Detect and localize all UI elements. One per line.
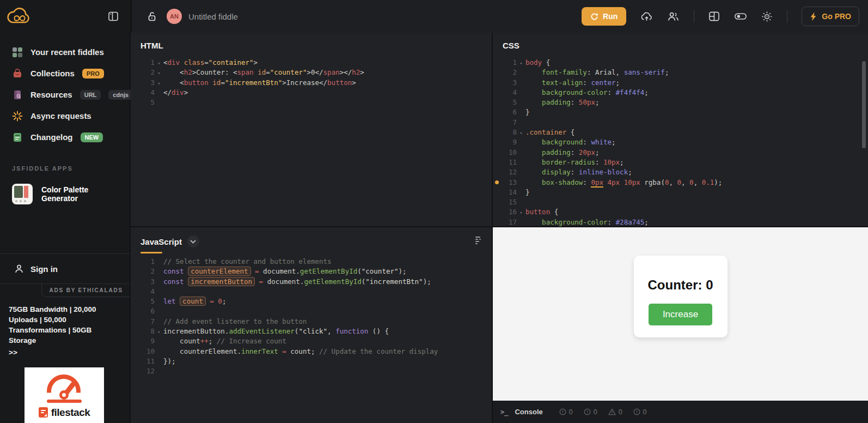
code-line: 9 background: white; xyxy=(493,137,868,147)
code-line: 1▾<div class="container"> xyxy=(131,58,492,68)
active-language-indicator xyxy=(140,252,162,253)
sidebar-item-label: Resources xyxy=(30,90,72,99)
layout-panels-icon[interactable] xyxy=(708,11,720,22)
chevron-down-icon xyxy=(190,240,196,244)
code-line: 9 count++; // Increase count xyxy=(131,336,492,346)
line-number: 9 xyxy=(500,137,517,147)
sidebar-item-label: Your recent fiddles xyxy=(30,47,104,57)
line-number: 9 xyxy=(138,336,155,346)
fold-arrow-icon[interactable]: ▾ xyxy=(517,128,525,138)
html-editor[interactable]: 1▾<div class="container">2▾ <h2>Counter:… xyxy=(131,58,492,107)
increase-button[interactable]: Increase xyxy=(649,304,712,325)
sidebar-toggle-icon[interactable] xyxy=(108,11,119,22)
code-line: 11 border-radius: 10px; xyxy=(493,158,868,167)
console-count-error-circle: 0 xyxy=(559,408,573,416)
fold-arrow-icon[interactable]: ▾ xyxy=(517,58,525,68)
toggle-switch-icon[interactable] xyxy=(734,11,747,21)
css-panel-title: CSS xyxy=(503,41,519,50)
console-count-value: 0 xyxy=(569,408,573,416)
code-line: 17 background-color: #28a745; xyxy=(493,217,868,226)
code-line: 8▾.container { xyxy=(493,128,868,137)
line-number: 2 xyxy=(500,68,517,77)
code-line: 10 padding: 20px; xyxy=(493,148,868,158)
lint-warning-dot[interactable] xyxy=(493,180,500,184)
topbar-logo-section xyxy=(0,0,131,33)
html-panel-title: HTML xyxy=(140,41,163,50)
code-line: 8▾incrementButton.addEventListener("clic… xyxy=(131,327,492,336)
code-line: 3 text-align: center; xyxy=(493,78,868,88)
line-number: 3 xyxy=(138,277,155,287)
line-number: 11 xyxy=(138,356,155,366)
sidebar-item-color-palette-generator[interactable]: Color Palette Generator xyxy=(0,179,130,209)
unlock-icon[interactable] xyxy=(147,11,157,22)
line-number: 4 xyxy=(500,88,517,98)
sign-in-button[interactable]: Sign in xyxy=(0,253,130,283)
line-number: 1 xyxy=(138,58,155,68)
language-dropdown[interactable] xyxy=(187,235,199,247)
console-bar[interactable]: >_ Console 0000 xyxy=(493,401,868,423)
line-number: 3 xyxy=(138,78,155,88)
code-line: 12 xyxy=(131,366,492,376)
sidebar-item-label: Async requests xyxy=(30,111,91,120)
person-icon xyxy=(14,264,24,274)
html-panel: HTML 1▾<div class="container">2▾ <h2>Cou… xyxy=(131,33,492,226)
fold-arrow-icon[interactable]: ▾ xyxy=(517,208,525,217)
collaborate-users-icon[interactable] xyxy=(667,11,680,22)
code-line: 6 xyxy=(131,306,492,316)
css-panel: CSS 1▾body {2 font-family: Arial, sans-s… xyxy=(493,33,868,226)
theme-sun-icon[interactable] xyxy=(761,11,773,22)
line-number: 6 xyxy=(500,107,517,117)
result-container-card: Counter: 0 Increase xyxy=(634,256,728,337)
ad-section: ADS BY ETHICALADS 75GB Bandwidth | 20,00… xyxy=(0,283,130,423)
css-scrollbar-thumb[interactable] xyxy=(862,61,866,148)
console-label: Console xyxy=(515,408,542,416)
console-count-value: 0 xyxy=(619,408,622,416)
result-panel: Counter: 0 Increase >_ Console 0000 xyxy=(493,227,868,423)
ad-text[interactable]: 75GB Bandwidth | 20,000 Uploads | 50,000… xyxy=(8,300,122,346)
code-line: 4</div> xyxy=(131,88,492,98)
counter-heading: Counter: 0 xyxy=(648,277,713,293)
line-number: 12 xyxy=(138,366,155,376)
topbar-main: AN Untitled fiddle Run xyxy=(131,0,868,33)
fold-arrow-icon[interactable]: ▾ xyxy=(155,58,163,68)
ad-more-link[interactable]: >> xyxy=(8,346,19,359)
apps-section-header: JSFIDDLE APPS xyxy=(0,148,130,179)
sidebar-item-your-recent-fiddles[interactable]: Your recent fiddles xyxy=(0,41,130,63)
line-number: 8 xyxy=(138,327,155,336)
tidy-code-icon[interactable] xyxy=(472,236,482,247)
go-pro-button[interactable]: Go PRO xyxy=(802,7,859,26)
error-circle-icon xyxy=(559,408,566,415)
line-number: 15 xyxy=(500,197,517,207)
refresh-icon xyxy=(590,13,598,21)
fiddle-title[interactable]: Untitled fiddle xyxy=(188,12,238,21)
filestack-ad-image[interactable]: filestack xyxy=(25,367,104,423)
code-line: 1// Select the counter and button elemen… xyxy=(131,257,492,267)
line-number: 13 xyxy=(500,178,517,188)
avatar[interactable]: AN xyxy=(167,9,182,24)
ad-attribution: ADS BY ETHICALADS xyxy=(41,284,130,297)
line-number: 10 xyxy=(138,347,155,356)
sidebar-item-resources[interactable]: ResourcesURLcdnjs xyxy=(0,84,130,105)
js-editor[interactable]: 1// Select the counter and button elemen… xyxy=(131,257,492,377)
sidebar-item-async-requests[interactable]: Async requests xyxy=(0,105,130,126)
console-count-info-circle: 0 xyxy=(584,408,597,416)
cloud-upload-icon[interactable] xyxy=(640,11,653,22)
line-number: 5 xyxy=(138,98,155,107)
sidebar-item-collections[interactable]: CollectionsPRO xyxy=(0,63,130,84)
fold-arrow-icon[interactable]: ▾ xyxy=(155,78,163,88)
fold-arrow-icon[interactable]: ▾ xyxy=(155,327,163,337)
line-number: 2 xyxy=(138,68,155,77)
code-line: 13 box-shadow: 0px 4px 10px rgba(0, 0, 0… xyxy=(493,178,868,188)
css-editor[interactable]: 1▾body {2 font-family: Arial, sans-serif… xyxy=(493,58,868,226)
line-number: 12 xyxy=(500,167,517,177)
console-count-value: 0 xyxy=(643,408,647,416)
color-palette-app-icon xyxy=(12,184,33,204)
gauge-icon xyxy=(44,372,85,398)
jsfiddle-logo-icon[interactable] xyxy=(5,5,32,27)
sidebar-item-changelog[interactable]: ChangelogNEW xyxy=(0,126,130,148)
run-button[interactable]: Run xyxy=(582,7,626,26)
line-number: 14 xyxy=(500,188,517,197)
console-counters: 0000 xyxy=(559,408,647,416)
fold-arrow-icon[interactable]: ▾ xyxy=(155,68,163,78)
line-number: 4 xyxy=(138,88,155,98)
